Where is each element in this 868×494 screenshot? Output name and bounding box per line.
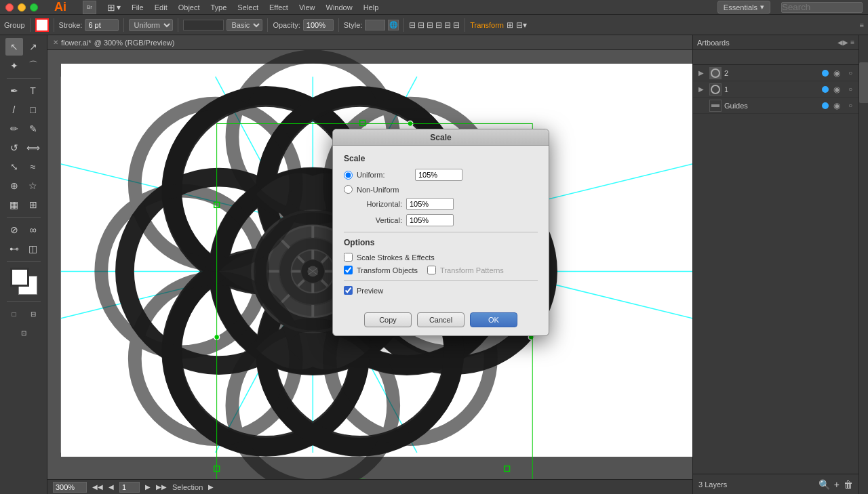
screen-mode-btn[interactable]: ⊡ (15, 324, 33, 342)
direct-select-tool[interactable]: ↗ (24, 38, 42, 56)
non-uniform-radio[interactable] (344, 185, 353, 194)
doc-close-btn[interactable]: ✕ (53, 39, 58, 46)
lasso-tool[interactable]: ⌒ (24, 57, 42, 75)
type-tool[interactable]: T (24, 82, 42, 100)
uniform-input[interactable]: 105% (415, 169, 462, 181)
globe-icon[interactable]: 🌐 (388, 20, 399, 30)
bridge-icon[interactable]: Br (83, 1, 96, 14)
scale-strokes-checkbox[interactable] (344, 253, 353, 262)
layer-row-1[interactable]: ▶ 1 ◉ ○ (693, 81, 859, 98)
horizontal-input[interactable]: 105% (406, 198, 454, 210)
warp-tool[interactable]: ≈ (24, 158, 42, 176)
stroke-style-select[interactable]: Basic (226, 19, 262, 31)
panel-scroll-arrows[interactable]: ◀▶ ≡ (837, 39, 854, 46)
page-input[interactable]: 1 (119, 482, 140, 493)
menu-type[interactable]: Type (211, 3, 227, 12)
layer-lock-2[interactable]: ○ (845, 69, 856, 77)
menu-help[interactable]: Help (363, 3, 379, 12)
preview-checkbox[interactable] (344, 286, 353, 295)
paintbrush-tool[interactable]: ✏ (5, 120, 23, 138)
free-transform-tool[interactable]: ⊕ (5, 177, 23, 194)
status-arrow-btn[interactable]: ▶ (208, 483, 214, 491)
layer-vis-1[interactable]: ◉ (831, 85, 842, 94)
layer-lock-guides[interactable]: ○ (845, 102, 856, 109)
search-input[interactable] (781, 2, 863, 13)
menu-object[interactable]: Object (178, 3, 200, 12)
maximize-button[interactable] (30, 3, 38, 12)
artboard-tool[interactable]: ⊞ (24, 196, 42, 213)
more-options-icon[interactable]: ⊟▾ (516, 20, 527, 30)
scroll-thumb[interactable] (859, 62, 868, 103)
menu-view[interactable]: View (299, 3, 315, 12)
stroke-input[interactable]: 6 pt (85, 19, 119, 31)
stroke-type-select[interactable]: Uniform (129, 19, 173, 31)
opacity-label: Opacity: (273, 21, 300, 29)
layer-row-2[interactable]: ▶ 2 ◉ ○ (693, 65, 859, 81)
transform-icon[interactable]: ⊞ (507, 20, 513, 30)
menu-select[interactable]: Select (237, 3, 258, 12)
align-icon-5[interactable]: ⊟ (444, 20, 451, 30)
layer-expand-2[interactable]: ▶ (698, 69, 707, 77)
arrange-icon[interactable]: ≡ (860, 21, 864, 29)
pen-tools: ✒ T (5, 82, 42, 100)
ok-button[interactable]: OK (470, 312, 517, 327)
transform-patterns-checkbox[interactable] (427, 266, 436, 274)
eyedropper-tool[interactable]: ⊘ (5, 221, 23, 239)
transform-objects-checkbox[interactable] (344, 266, 353, 274)
mirror-tool[interactable]: ⟺ (24, 139, 42, 157)
layer-vis-2[interactable]: ◉ (831, 68, 842, 78)
delete-layer-btn[interactable]: 🗑 (844, 479, 853, 490)
uniform-radio[interactable] (344, 171, 353, 180)
artboards-tab[interactable]: Artboards (697, 39, 730, 47)
menu-edit[interactable]: Edit (155, 3, 167, 12)
menu-file[interactable]: File (132, 3, 144, 12)
symbol-tool[interactable]: ☆ (24, 177, 42, 194)
pencil-tool[interactable]: ✎ (24, 120, 42, 138)
view-toggle[interactable]: ⊞ ▾ (107, 2, 121, 13)
transform-label[interactable]: Transform (470, 21, 504, 29)
minimize-button[interactable] (18, 3, 26, 12)
rotate-tool[interactable]: ↺ (5, 139, 23, 157)
line-tool[interactable]: / (5, 101, 23, 119)
align-icon-2[interactable]: ⊟ (418, 20, 425, 30)
menu-window[interactable]: Window (326, 3, 353, 12)
align-icon-1[interactable]: ⊟ (409, 20, 416, 30)
close-button[interactable] (5, 3, 14, 12)
fullscreen-mode[interactable]: ⊟ (24, 305, 42, 323)
next-page-btn[interactable]: ▶▶ (156, 483, 167, 491)
pen-tool[interactable]: ✒ (5, 82, 23, 100)
gradient-tool[interactable]: ◫ (24, 240, 42, 258)
scale-tool[interactable]: ⤡ (5, 158, 23, 176)
layers-panel-header (693, 50, 859, 65)
prev-page-btn[interactable]: ◀◀ (92, 483, 103, 491)
prev-frame-btn[interactable]: ◀ (108, 483, 114, 491)
next-frame-btn[interactable]: ▶ (145, 483, 151, 491)
copy-button[interactable]: Copy (364, 312, 412, 327)
blend-tool[interactable]: ∞ (24, 221, 42, 239)
align-icon-6[interactable]: ⊟ (453, 20, 460, 30)
layer-vis-guides[interactable]: ◉ (831, 101, 842, 110)
opacity-input[interactable]: 100% (303, 19, 334, 31)
doc-tab-item[interactable]: ✕ flower.ai* @ 300% (RGB/Preview) (53, 39, 174, 47)
workspace-selector[interactable]: Essentials ▾ (717, 1, 770, 14)
layer-expand-1[interactable]: ▶ (698, 85, 707, 93)
shape-tool[interactable]: □ (24, 101, 42, 119)
layer-row-guides[interactable]: ▶ Guides ◉ ○ (693, 98, 859, 114)
measure-tool[interactable]: ⊷ (5, 240, 23, 258)
fill-indicator[interactable] (35, 18, 49, 32)
normal-mode[interactable]: □ (5, 305, 23, 323)
column-graph-tool[interactable]: ▦ (5, 196, 23, 213)
align-icon-3[interactable]: ⊟ (427, 20, 433, 30)
add-layer-btn[interactable]: + (834, 479, 840, 490)
vertical-input[interactable]: 105% (406, 214, 454, 226)
layer-lock-1[interactable]: ○ (845, 85, 856, 93)
menu-effect[interactable]: Effect (269, 3, 288, 12)
search-layers-icon[interactable]: 🔍 (818, 479, 830, 490)
zoom-input[interactable]: 300% (53, 482, 87, 493)
align-icon-4[interactable]: ⊟ (435, 20, 442, 30)
magic-wand-tool[interactable]: ✦ (5, 57, 23, 75)
foreground-color[interactable] (10, 268, 29, 287)
color-indicator[interactable] (10, 268, 37, 295)
selection-tool[interactable]: ↖ (5, 38, 23, 56)
cancel-button[interactable]: Cancel (417, 312, 465, 327)
